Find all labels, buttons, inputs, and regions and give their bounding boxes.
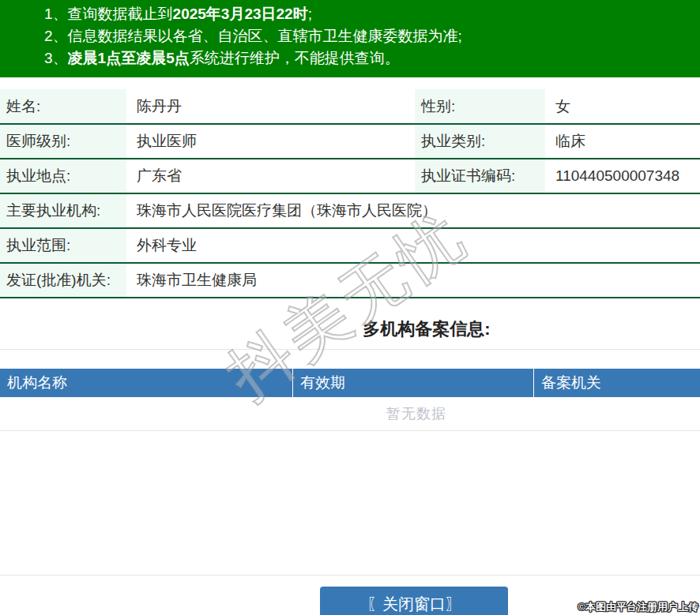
field-value-certificate-number: 110440500007348 bbox=[545, 159, 700, 193]
field-label-practice-scope: 执业范围: bbox=[0, 228, 126, 263]
query-result-page: 1、查询数据截止到2025年3月23日22时; 2、信息数据结果以各省、自治区、… bbox=[0, 0, 700, 615]
close-window-button[interactable]: 〖关闭窗口〗 bbox=[320, 587, 508, 615]
column-header-institution-name: 机构名称 bbox=[0, 369, 293, 397]
field-value-issuing-authority: 珠海市卫生健康局 bbox=[126, 263, 700, 298]
field-value-practice-location: 广东省 bbox=[126, 159, 415, 193]
table-row: 执业地点: 广东省 执业证书编码: 110440500007348 bbox=[0, 159, 700, 193]
field-label-practice-category: 执业类别: bbox=[415, 124, 545, 159]
field-label-main-institution: 主要执业机构: bbox=[0, 193, 126, 228]
field-value-practice-scope: 外科专业 bbox=[126, 228, 700, 263]
table-row: 医师级别: 执业医师 执业类别: 临床 bbox=[0, 124, 700, 159]
table-row: 主要执业机构: 珠海市人民医院医疗集团（珠海市人民医院） bbox=[0, 193, 700, 228]
column-header-record-authority: 备案机关 bbox=[534, 369, 700, 397]
field-label-name: 姓名: bbox=[0, 89, 126, 124]
table-row: 姓名: 陈丹丹 性别: 女 bbox=[0, 89, 700, 124]
copyright-stamp: ©本图由平台注册用户上传 bbox=[578, 600, 698, 614]
notice-line-1: 1、查询数据截止到2025年3月23日22时; bbox=[44, 3, 692, 25]
empty-data-row: 暂无数据 bbox=[0, 397, 700, 431]
footer-divider bbox=[0, 575, 700, 576]
field-label-doctor-level: 医师级别: bbox=[0, 124, 126, 159]
multi-org-table-header: 机构名称 有效期 备案机关 bbox=[0, 369, 700, 397]
empty-data-text: 暂无数据 bbox=[133, 397, 700, 430]
notice-line-3: 3、凌晨1点至凌晨5点系统进行维护，不能提供查询。 bbox=[44, 47, 692, 69]
column-header-validity-period: 有效期 bbox=[293, 369, 534, 397]
multi-org-section-title: 多机构备案信息: bbox=[0, 308, 700, 350]
practitioner-detail-table: 姓名: 陈丹丹 性别: 女 医师级别: 执业医师 执业类别: 临床 执业地点: … bbox=[0, 89, 700, 298]
field-value-practice-category: 临床 bbox=[545, 124, 700, 159]
section-title-text: 多机构备案信息: bbox=[153, 308, 700, 350]
field-value-gender: 女 bbox=[545, 89, 700, 124]
notice-line-2: 2、信息数据结果以各省、自治区、直辖市卫生健康委数据为准; bbox=[44, 25, 692, 47]
table-row: 执业范围: 外科专业 bbox=[0, 228, 700, 263]
field-label-gender: 性别: bbox=[415, 89, 545, 124]
field-label-issuing-authority: 发证(批准)机关: bbox=[0, 263, 126, 298]
field-value-name: 陈丹丹 bbox=[126, 89, 415, 124]
field-label-certificate-number: 执业证书编码: bbox=[415, 159, 545, 193]
field-value-doctor-level: 执业医师 bbox=[126, 124, 415, 159]
table-row: 发证(批准)机关: 珠海市卫生健康局 bbox=[0, 263, 700, 298]
field-label-practice-location: 执业地点: bbox=[0, 159, 126, 193]
notice-banner: 1、查询数据截止到2025年3月23日22时; 2、信息数据结果以各省、自治区、… bbox=[0, 0, 700, 77]
field-value-main-institution: 珠海市人民医院医疗集团（珠海市人民医院） bbox=[126, 193, 700, 228]
